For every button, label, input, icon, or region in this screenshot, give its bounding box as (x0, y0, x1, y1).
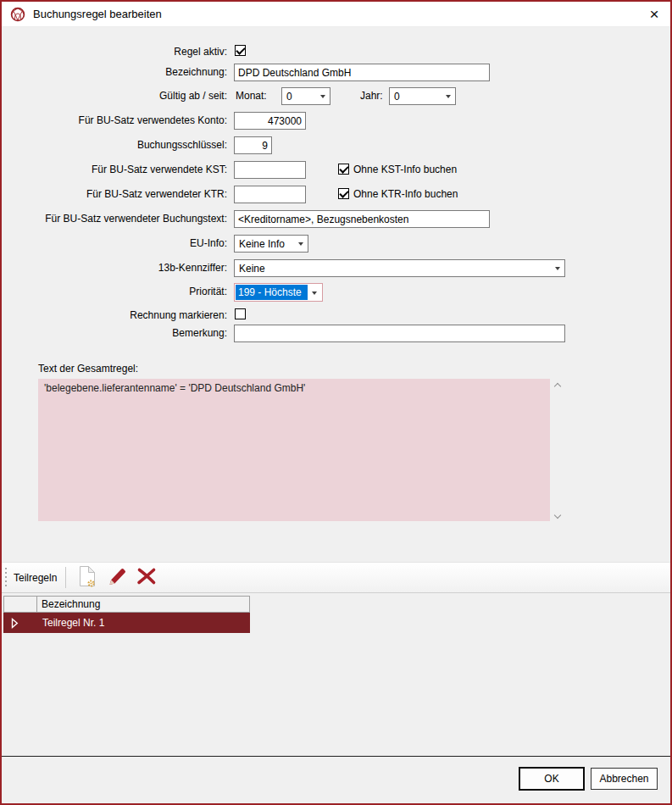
toolbar-grip[interactable] (5, 568, 7, 588)
ohne-kst-checkbox[interactable] (338, 164, 349, 175)
dialog-buchungsregel-bearbeiten: Buchungsregel bearbeiten × Regel aktiv: … (0, 0, 672, 805)
buchungsschluessel-label: Buchungsschlüssel: (8, 136, 227, 154)
titlebar: Buchungsregel bearbeiten × (2, 2, 670, 27)
monat-value: 0 (282, 91, 316, 103)
jahr-value: 0 (390, 91, 442, 103)
konto-label: Für BU-Satz verwendetes Konto: (8, 112, 227, 130)
regel-aktiv-label: Regel aktiv: (8, 43, 227, 61)
add-teilregel-button[interactable] (74, 564, 101, 591)
ohne-kst-label: Ohne KST-Info buchen (353, 161, 457, 179)
kennziffer-13b-select[interactable]: Keine (234, 259, 565, 277)
bezeichnung-label: Bezeichnung: (8, 64, 227, 81)
new-rule-icon (78, 565, 97, 590)
monat-label: Monat: (236, 87, 267, 105)
bemerkung-input[interactable] (234, 325, 565, 342)
teilregeln-panel-label: Teilregeln (14, 572, 57, 584)
buchungsschluessel-input[interactable] (234, 136, 272, 154)
bezeichnung-input[interactable] (234, 64, 490, 81)
row-indicator-column-header (4, 597, 37, 612)
jahr-select[interactable]: 0 (389, 87, 456, 105)
rechnung-markieren-checkbox[interactable] (235, 308, 246, 319)
toolbar-separator (65, 567, 66, 588)
cancel-button[interactable]: Abbrechen (591, 768, 658, 790)
pencil-icon (107, 566, 128, 590)
ok-button[interactable]: OK (519, 767, 585, 791)
gesamtregel-scrollbar[interactable] (550, 379, 564, 521)
gesamtregel-text[interactable]: 'belegebene.lieferantenname' = 'DPD Deut… (38, 379, 550, 521)
chevron-down-icon (442, 88, 455, 104)
delete-teilregel-button[interactable] (133, 564, 160, 591)
scroll-down-icon[interactable] (554, 511, 561, 518)
chevron-down-icon (308, 285, 321, 300)
bemerkung-label: Bemerkung: (8, 325, 227, 342)
ktr-label: Für BU-Satz verwendeter KTR: (8, 186, 227, 203)
eu-info-value: Keine Info (235, 238, 294, 250)
prioritaet-value: 199 - Höchste (236, 285, 308, 300)
current-row-marker-icon (3, 618, 37, 629)
dialog-body: Regel aktiv: Bezeichnung: Gültig ab / se… (2, 27, 670, 803)
gesamtregel-label: Text der Gesamtregel: (38, 360, 138, 378)
jahr-label: Jahr: (360, 87, 383, 105)
chevron-down-icon (551, 260, 564, 276)
eu-info-select[interactable]: Keine Info (234, 235, 308, 253)
edit-teilregel-button[interactable] (103, 564, 131, 591)
close-icon[interactable]: × (645, 3, 664, 25)
prioritaet-select[interactable]: 199 - Höchste (234, 283, 323, 302)
column-header-bezeichnung[interactable]: Bezeichnung (37, 597, 249, 612)
konto-input[interactable] (234, 112, 306, 130)
gueltig-ab-label: Gültig ab / seit: (8, 87, 227, 105)
monat-select[interactable]: 0 (281, 87, 330, 105)
regel-aktiv-checkbox[interactable] (235, 45, 246, 56)
chevron-down-icon (294, 236, 308, 252)
kennziffer-13b-label: 13b-Kennziffer: (8, 259, 227, 277)
rechnung-markieren-label: Rechnung markieren: (8, 307, 227, 325)
teilregeln-toolbar: Teilregeln (2, 562, 670, 593)
chevron-down-icon (316, 88, 330, 104)
teilregeln-grid: Bezeichnung Teilregel Nr. 1 (2, 594, 670, 757)
delete-x-icon (136, 567, 157, 588)
ktr-input[interactable] (234, 186, 306, 203)
eu-info-label: EU-Info: (8, 235, 227, 253)
prioritaet-label: Priorität: (8, 283, 227, 301)
ohne-ktr-label: Ohne KTR-Info buchen (353, 186, 458, 203)
buchungstext-input[interactable] (234, 210, 490, 228)
buchungstext-label: Für BU-Satz verwendeter Buchungstext: (8, 210, 227, 228)
kst-input[interactable] (234, 161, 306, 179)
window-title: Buchungsregel bearbeiten (33, 8, 162, 20)
app-gem-icon (10, 7, 25, 22)
kennziffer-13b-value: Keine (235, 263, 551, 275)
teilregel-name: Teilregel Nr. 1 (37, 617, 104, 629)
grid-header: Bezeichnung (3, 596, 250, 613)
scroll-up-icon[interactable] (554, 382, 561, 389)
table-row[interactable]: Teilregel Nr. 1 (3, 613, 250, 633)
ohne-ktr-checkbox[interactable] (338, 188, 349, 199)
kst-label: Für BU-Satz verwendete KST: (8, 161, 227, 179)
